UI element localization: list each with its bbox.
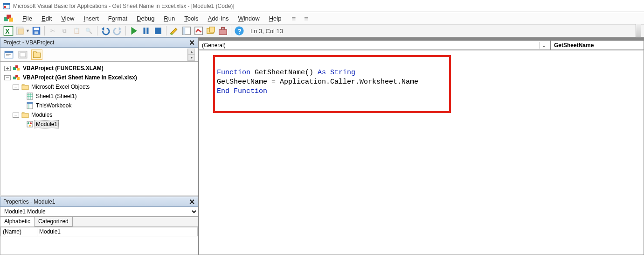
run-icon[interactable] [128, 26, 139, 36]
cut-icon[interactable]: ✂ [47, 26, 58, 36]
prop-name-value[interactable]: Module1 [37, 227, 198, 236]
menu-debug[interactable]: Debug [132, 14, 159, 23]
properties-panel-title: Properties - Module1 ✕ [0, 197, 198, 207]
svg-point-51 [29, 125, 31, 127]
svg-rect-47 [22, 113, 28, 118]
svg-rect-15 [155, 28, 161, 34]
workbook-icon [26, 102, 34, 109]
code-pane: (General) ⌄ GetSheetName Function GetShe… [199, 37, 644, 255]
pause-icon[interactable] [140, 26, 152, 36]
copy-icon[interactable]: ⧉ [59, 26, 70, 36]
svg-rect-16 [171, 34, 173, 35]
vba-app-icon [3, 2, 10, 10]
tree-modules-folder[interactable]: − Modules [0, 110, 198, 120]
svg-rect-38 [22, 85, 28, 90]
properties-tab-alphabetic[interactable]: Alphabetic [0, 217, 35, 227]
excel-view-icon[interactable]: X [3, 26, 14, 36]
menu-edit[interactable]: Edit [37, 14, 56, 23]
menu-view[interactable]: View [56, 14, 79, 23]
svg-rect-12 [35, 31, 38, 34]
menu-addins[interactable]: Add-Ins [203, 14, 234, 23]
svg-rect-34 [17, 68, 20, 71]
design-mode-icon[interactable] [169, 26, 180, 36]
svg-rect-18 [183, 27, 186, 35]
svg-rect-31 [34, 53, 41, 57]
properties-object-selector[interactable]: Module1 Module [0, 207, 198, 217]
stop-icon[interactable] [152, 26, 164, 36]
properties-window-icon[interactable] [193, 26, 204, 36]
menu-help[interactable]: Help [264, 14, 286, 23]
save-icon[interactable] [31, 26, 42, 36]
project-panel-toolbar: ▴▾ [0, 48, 198, 62]
toolbox-icon[interactable] [217, 26, 229, 36]
project-icon [13, 74, 21, 81]
svg-point-49 [28, 122, 29, 124]
project-explorer-icon[interactable] [181, 26, 192, 36]
tree-project-main[interactable]: − VBAProject (Get Sheet Name in Excel.xl… [0, 73, 198, 82]
menubar: File Edit View Insert Format Debug Run T… [0, 12, 644, 24]
svg-rect-37 [17, 77, 20, 80]
toggle-folders-icon[interactable] [31, 50, 42, 60]
code-editor[interactable]: Function GetSheetName() As String GetShe… [199, 50, 644, 255]
code-header: (General) ⌄ GetSheetName [199, 40, 644, 50]
svg-text:X: X [5, 28, 10, 35]
window-title: Microsoft Visual Basic for Applications … [13, 3, 235, 9]
svg-rect-30 [20, 53, 26, 57]
svg-rect-14 [146, 28, 148, 34]
indent-icon[interactable]: ≡ [289, 14, 298, 23]
dropdown-arrow-icon[interactable]: ⌄ [539, 42, 547, 49]
tree-module1[interactable]: Module1 [0, 120, 198, 129]
folder-icon [21, 111, 29, 119]
svg-rect-1 [3, 3, 10, 5]
tree-sheet1[interactable]: Sheet1 (Sheet1) [0, 92, 198, 101]
svg-rect-22 [219, 29, 227, 35]
properties-grid[interactable]: (Name) Module1 [0, 227, 198, 255]
tree-project-funcres[interactable]: + VBAProject (FUNCRES.XLAM) [0, 64, 198, 73]
svg-rect-13 [143, 28, 145, 34]
vba-menu-icon [4, 14, 13, 23]
menu-run[interactable]: Run [159, 14, 180, 23]
toolbar: X ▼ ✂ ⧉ 📋 🔍 ? Ln 3, Col 13 [0, 24, 644, 37]
window-titlebar: Microsoft Visual Basic for Applications … [0, 0, 644, 12]
menu-format[interactable]: Format [104, 14, 132, 23]
svg-rect-11 [34, 28, 39, 30]
svg-rect-45 [27, 102, 33, 104]
project-icon [13, 64, 21, 72]
svg-rect-2 [4, 6, 6, 8]
properties-tab-categorized[interactable]: Categorized [35, 217, 73, 227]
help-icon[interactable]: ? [234, 26, 245, 36]
prop-name-key: (Name) [1, 227, 37, 236]
svg-text:?: ? [237, 28, 241, 35]
properties-panel: Properties - Module1 ✕ Module1 Module Al… [0, 195, 198, 255]
insert-dropdown-icon[interactable]: ▼ [26, 28, 30, 33]
project-panel-title: Project - VBAProject ✕ [0, 37, 198, 48]
menu-insert[interactable]: Insert [79, 14, 104, 23]
tree-thisworkbook[interactable]: ThisWorkbook [0, 101, 198, 110]
project-panel-close-icon[interactable]: ✕ [189, 38, 195, 47]
svg-rect-5 [9, 18, 13, 22]
toolbar-grip [636, 24, 641, 37]
module-icon [26, 120, 34, 128]
find-icon[interactable]: 🔍 [83, 26, 95, 36]
code-object-dropdown[interactable]: (General) ⌄ [199, 40, 551, 50]
object-browser-icon[interactable] [205, 26, 216, 36]
view-object-icon[interactable] [17, 50, 28, 60]
project-scroll[interactable]: ▴▾ [187, 49, 195, 61]
code-procedure-dropdown[interactable]: GetSheetName [551, 40, 644, 50]
menu-window[interactable]: Window [233, 14, 264, 23]
svg-rect-39 [27, 93, 33, 99]
left-panels: Project - VBAProject ✕ ▴▾ + VBAProject (… [0, 37, 199, 255]
tree-excel-objects-folder[interactable]: − Microsoft Excel Objects [0, 82, 198, 92]
undo-icon[interactable] [100, 26, 111, 36]
project-tree[interactable]: + VBAProject (FUNCRES.XLAM) − VBAProject… [0, 62, 198, 195]
outdent-icon[interactable]: ≡ [301, 14, 311, 23]
properties-tabs: Alphabetic Categorized [0, 217, 198, 227]
svg-rect-21 [209, 27, 215, 32]
view-code-icon[interactable] [3, 50, 14, 60]
insert-module-icon[interactable] [15, 26, 26, 36]
menu-file[interactable]: File [18, 14, 37, 23]
menu-tools[interactable]: Tools [180, 14, 203, 23]
properties-panel-close-icon[interactable]: ✕ [189, 198, 195, 206]
paste-icon[interactable]: 📋 [71, 26, 83, 36]
redo-icon[interactable] [112, 26, 123, 36]
